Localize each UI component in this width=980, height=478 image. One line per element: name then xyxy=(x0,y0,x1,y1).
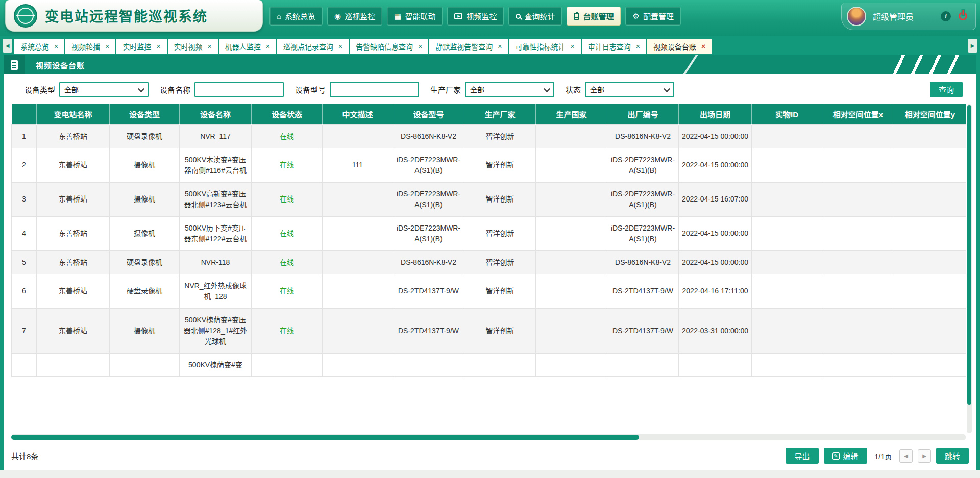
edit-button-label: 编辑 xyxy=(843,450,859,461)
close-icon[interactable] xyxy=(418,43,422,50)
top-header: 变电站远程智能巡视系统 ⌂系统总览◉巡视监控▦智能联动▶视频监控查询统计台账管理… xyxy=(0,0,980,36)
ledger-icon xyxy=(574,13,579,20)
cell xyxy=(894,216,966,250)
nav-button-link[interactable]: ▦智能联动 xyxy=(387,7,443,26)
cell: 智洋创新 xyxy=(464,308,536,353)
title-icon-box xyxy=(4,55,24,74)
tab-label: 审计日志查询 xyxy=(588,41,631,52)
eye-icon: ◉ xyxy=(334,12,341,20)
cell xyxy=(752,216,822,250)
table-scroll-area: 变电站名称设备类型设备名称设备状态中文描述设备型号生产厂家生产国家出厂编号出场日… xyxy=(11,104,969,433)
nav-button-label: 系统总览 xyxy=(285,11,315,21)
close-icon[interactable] xyxy=(636,43,640,50)
nav-button-gear[interactable]: ⚙配置管理 xyxy=(625,7,680,26)
close-icon[interactable] xyxy=(105,43,109,50)
vertical-scrollbar[interactable] xyxy=(967,104,972,433)
device-name-input[interactable] xyxy=(194,82,284,97)
column-header: 设备名称 xyxy=(180,104,252,124)
cell xyxy=(110,353,180,376)
cell xyxy=(752,124,822,148)
cell xyxy=(752,353,822,376)
table-row: 7东善桥站摄像机500KV槐荫变#变压器北侧#128_1#红外光球机在线DS-2… xyxy=(12,308,966,353)
manufacturer-select[interactable]: 全部 xyxy=(465,82,554,97)
table-row: 5东善桥站硬盘录像机NVR-118在线DS-8616N-K8-V2智洋创新DS-… xyxy=(12,250,966,274)
cell: 硬盘录像机 xyxy=(110,250,180,274)
cell: iDS-2DE7223MWR-A(S1)(B) xyxy=(607,148,679,182)
close-icon[interactable] xyxy=(571,43,575,50)
prev-page-button[interactable] xyxy=(899,449,913,463)
query-button[interactable]: 查询 xyxy=(930,82,963,97)
cell xyxy=(536,182,607,216)
close-icon[interactable] xyxy=(156,43,160,50)
tab-item[interactable]: 视频轮播 xyxy=(65,39,115,54)
nav-button-label: 巡视监控 xyxy=(345,11,375,21)
close-icon[interactable] xyxy=(54,43,58,50)
row-index: 4 xyxy=(12,216,37,250)
close-icon[interactable] xyxy=(498,43,502,50)
cell: 智洋创新 xyxy=(464,274,536,308)
jump-button[interactable]: 跳转 xyxy=(936,448,969,464)
cell: iDS-2DE7223MWR-A(S1)(B) xyxy=(607,216,679,250)
cell: iDS-2DE7223MWR-A(S1)(B) xyxy=(607,182,679,216)
status-select[interactable]: 全部 xyxy=(585,82,674,97)
cell: DS-8616N-K8-V2 xyxy=(393,250,464,274)
tab-label: 视频轮播 xyxy=(71,41,100,52)
avatar[interactable] xyxy=(847,7,866,26)
cell xyxy=(822,148,894,182)
tab-label: 静默监视告警查询 xyxy=(435,41,493,52)
tab-item[interactable]: 机器人监控 xyxy=(219,39,276,54)
tab-scroll-left-icon[interactable] xyxy=(3,39,12,53)
nav-button-label: 台账管理 xyxy=(583,11,614,21)
close-icon[interactable] xyxy=(266,43,270,50)
cell xyxy=(536,353,607,376)
user-name: 超级管理员 xyxy=(873,10,914,22)
next-page-button[interactable] xyxy=(918,449,931,463)
left-edge-strip xyxy=(0,55,4,470)
cell xyxy=(536,274,607,308)
nav-button-video[interactable]: ▶视频监控 xyxy=(447,7,504,26)
close-icon[interactable] xyxy=(338,43,342,50)
device-type-select[interactable]: 全部 xyxy=(59,82,149,97)
row-index xyxy=(12,353,37,376)
cell xyxy=(894,182,966,216)
nav-button-home[interactable]: ⌂系统总览 xyxy=(270,7,323,26)
tab-item[interactable]: 系统总览 xyxy=(14,39,64,54)
power-logout-icon[interactable] xyxy=(959,12,967,20)
device-type-label: 设备类型 xyxy=(24,84,55,95)
row-index: 7 xyxy=(12,308,37,353)
tab-item[interactable]: 告警缺陷信息查询 xyxy=(350,39,428,54)
row-index: 5 xyxy=(12,250,37,274)
table-header-row: 变电站名称设备类型设备名称设备状态中文描述设备型号生产厂家生产国家出厂编号出场日… xyxy=(12,104,966,124)
vertical-scrollbar-thumb[interactable] xyxy=(967,105,971,405)
nav-button-search[interactable]: 查询统计 xyxy=(508,7,562,26)
tab-item[interactable]: 实时监控 xyxy=(116,39,166,54)
column-header: 实物ID xyxy=(752,104,822,124)
tab-label: 实时视频 xyxy=(174,41,203,52)
tab-item[interactable]: 可靠性指标统计 xyxy=(509,39,581,54)
export-button[interactable]: 导出 xyxy=(786,448,818,464)
edit-button[interactable]: 编辑 xyxy=(824,448,867,464)
tab-scroll-right-icon[interactable] xyxy=(968,39,977,53)
device-model-input[interactable] xyxy=(330,82,419,97)
cell xyxy=(822,308,894,353)
tab-item[interactable]: 实时视频 xyxy=(168,39,218,54)
horizontal-scrollbar[interactable] xyxy=(11,434,966,440)
nav-button-eye[interactable]: ◉巡视监控 xyxy=(327,7,382,26)
tab-item[interactable]: 视频设备台账 xyxy=(647,39,712,54)
tab-item[interactable]: 静默监视告警查询 xyxy=(429,39,508,54)
column-header: 设备状态 xyxy=(252,104,323,124)
cell xyxy=(752,182,822,216)
horizontal-scrollbar-thumb[interactable] xyxy=(11,435,639,440)
close-icon[interactable] xyxy=(701,43,705,50)
cell: 在线 xyxy=(252,250,323,274)
info-icon[interactable] xyxy=(941,11,951,21)
nav-button-ledger[interactable]: 台账管理 xyxy=(567,7,621,26)
close-icon[interactable] xyxy=(208,43,212,50)
cell xyxy=(536,216,607,250)
cell: iDS-2DE7223MWR-A(S1)(B) xyxy=(393,148,464,182)
tab-item[interactable]: 审计日志查询 xyxy=(582,39,646,54)
manufacturer-label: 生产厂家 xyxy=(430,84,461,95)
tab-item[interactable]: 巡视点记录查询 xyxy=(277,39,349,54)
cell xyxy=(536,250,607,274)
column-header: 出场日期 xyxy=(679,104,752,124)
